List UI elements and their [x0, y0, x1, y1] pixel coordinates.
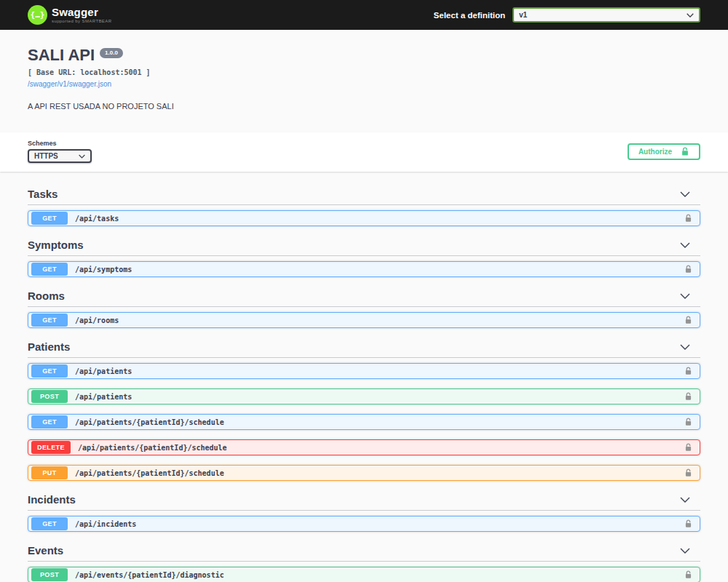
- chevron-down-icon[interactable]: [680, 191, 690, 197]
- method-badge: GET: [31, 263, 68, 276]
- tag-header[interactable]: Rooms: [28, 287, 700, 307]
- endpoint-row[interactable]: PUT /api/patients/{patientId}/schedule: [28, 465, 700, 481]
- chevron-down-icon[interactable]: [680, 242, 690, 248]
- authorize-button[interactable]: Authorize: [628, 143, 700, 160]
- spec-json-link[interactable]: /swagger/v1/swagger.json: [28, 80, 111, 88]
- unlock-icon: [684, 519, 692, 529]
- endpoint-row[interactable]: GET /api/patients/{patientId}/schedule: [28, 414, 700, 430]
- section-title: Patients: [28, 340, 70, 353]
- operations-container: Tasks GET /api/tasks Symptoms GET /api/s…: [0, 172, 728, 582]
- method-badge: GET: [31, 415, 68, 428]
- unlock-icon: [684, 391, 692, 402]
- method-badge: GET: [31, 314, 68, 327]
- tag-header[interactable]: Patients: [28, 338, 700, 358]
- chevron-down-icon[interactable]: [680, 344, 690, 350]
- endpoint-row[interactable]: POST /api/patients: [28, 388, 700, 404]
- unlock-icon: [681, 146, 689, 157]
- chevron-down-icon[interactable]: [680, 497, 690, 503]
- section-rows: GET /api/incidents: [28, 516, 700, 532]
- endpoint-path: /api/events/{patientId}/diagnostic: [75, 571, 224, 579]
- auth-lock-button[interactable]: [684, 519, 692, 529]
- definition-select[interactable]: v1: [513, 7, 700, 23]
- unlock-icon: [684, 366, 692, 376]
- section-rows: GET /api/symptoms: [28, 261, 700, 277]
- method-badge: GET: [31, 364, 68, 378]
- logo-title: Swagger: [52, 7, 111, 17]
- unlock-icon: [684, 442, 692, 453]
- section-rows: POST /api/events/{patientId}/diagnostic: [28, 567, 700, 582]
- schemes-label: Schemes: [28, 140, 92, 147]
- auth-lock-button[interactable]: [684, 442, 692, 453]
- endpoint-row[interactable]: GET /api/symptoms: [28, 261, 700, 277]
- unlock-icon: [684, 468, 692, 478]
- unlock-icon: [684, 264, 692, 274]
- unlock-icon: [684, 417, 692, 427]
- swagger-logo-icon: {…}: [28, 5, 47, 25]
- version-badge: 1.0.0: [100, 48, 123, 58]
- chevron-down-icon: [687, 13, 694, 17]
- auth-lock-button[interactable]: [684, 468, 692, 478]
- auth-lock-button[interactable]: [684, 391, 692, 402]
- tag-section: Events POST /api/events/{patientId}/diag…: [28, 541, 700, 582]
- auth-lock-button[interactable]: [684, 264, 692, 274]
- unlock-icon: [684, 213, 692, 223]
- endpoint-path: /api/tasks: [75, 215, 119, 223]
- tag-section: Tasks GET /api/tasks: [28, 185, 700, 226]
- endpoint-row[interactable]: POST /api/events/{patientId}/diagnostic: [28, 567, 700, 582]
- auth-lock-button[interactable]: [684, 366, 692, 376]
- method-badge: PUT: [31, 466, 68, 479]
- tag-section: Patients GET /api/patients POST /api/pat…: [28, 338, 700, 481]
- endpoint-row[interactable]: GET /api/patients: [28, 363, 700, 379]
- scheme-select[interactable]: HTTPS: [28, 149, 92, 163]
- unlock-icon: [684, 570, 692, 580]
- endpoint-row[interactable]: GET /api/incidents: [28, 516, 700, 532]
- method-badge: GET: [31, 517, 68, 530]
- endpoint-path: /api/patients: [75, 393, 132, 401]
- auth-lock-button[interactable]: [684, 417, 692, 427]
- section-title: Rooms: [28, 290, 65, 302]
- definition-select-label: Select a definition: [434, 11, 505, 20]
- endpoint-path: /api/symptoms: [75, 266, 132, 274]
- scheme-select-value: HTTPS: [34, 152, 58, 160]
- base-url: [ Base URL: localhost:5001 ]: [28, 68, 700, 76]
- logo-subtitle: supported by SMARTBEAR: [52, 19, 111, 23]
- endpoint-path: /api/rooms: [75, 316, 119, 324]
- svg-text:{…}: {…}: [31, 10, 45, 20]
- endpoint-path: /api/patients/{patientId}/schedule: [78, 444, 227, 452]
- auth-lock-button[interactable]: [684, 570, 692, 580]
- tag-header[interactable]: Incidents: [28, 490, 700, 511]
- endpoint-path: /api/incidents: [75, 520, 136, 528]
- section-rows: GET /api/tasks: [28, 210, 700, 226]
- section-title: Incidents: [28, 493, 76, 506]
- info-section: SALI API 1.0.0 [ Base URL: localhost:500…: [0, 30, 728, 132]
- section-title: Symptoms: [28, 239, 84, 251]
- endpoint-path: /api/patients/{patientId}/schedule: [75, 418, 224, 426]
- endpoint-row[interactable]: DELETE /api/patients/{patientId}/schedul…: [28, 439, 700, 455]
- method-badge: POST: [31, 390, 68, 403]
- tag-header[interactable]: Symptoms: [28, 236, 700, 256]
- tag-header[interactable]: Events: [28, 541, 700, 562]
- chevron-down-icon[interactable]: [680, 293, 690, 299]
- tag-header[interactable]: Tasks: [28, 185, 700, 205]
- swagger-logo: {…} Swagger supported by SMARTBEAR: [28, 5, 111, 25]
- chevron-down-icon[interactable]: [680, 548, 690, 554]
- endpoint-path: /api/patients: [75, 367, 132, 375]
- tag-section: Symptoms GET /api/symptoms: [28, 236, 700, 277]
- endpoint-row[interactable]: GET /api/tasks: [28, 210, 700, 226]
- method-badge: POST: [31, 568, 68, 581]
- section-title: Events: [28, 544, 63, 557]
- auth-lock-button[interactable]: [684, 213, 692, 223]
- api-description: A API REST USADA NO PROJETO SALI: [28, 102, 700, 111]
- method-badge: DELETE: [31, 441, 71, 454]
- chevron-down-icon: [79, 154, 85, 159]
- api-title: SALI API: [28, 47, 95, 63]
- endpoint-path: /api/patients/{patientId}/schedule: [75, 469, 224, 477]
- auth-lock-button[interactable]: [684, 315, 692, 325]
- section-rows: GET /api/patients POST /api/patients GET…: [28, 363, 700, 481]
- scheme-container: Schemes HTTPS Authorize: [0, 132, 728, 172]
- tag-section: Rooms GET /api/rooms: [28, 287, 700, 328]
- section-rows: GET /api/rooms: [28, 312, 700, 328]
- endpoint-row[interactable]: GET /api/rooms: [28, 312, 700, 328]
- authorize-label: Authorize: [638, 148, 672, 156]
- method-badge: GET: [31, 212, 68, 225]
